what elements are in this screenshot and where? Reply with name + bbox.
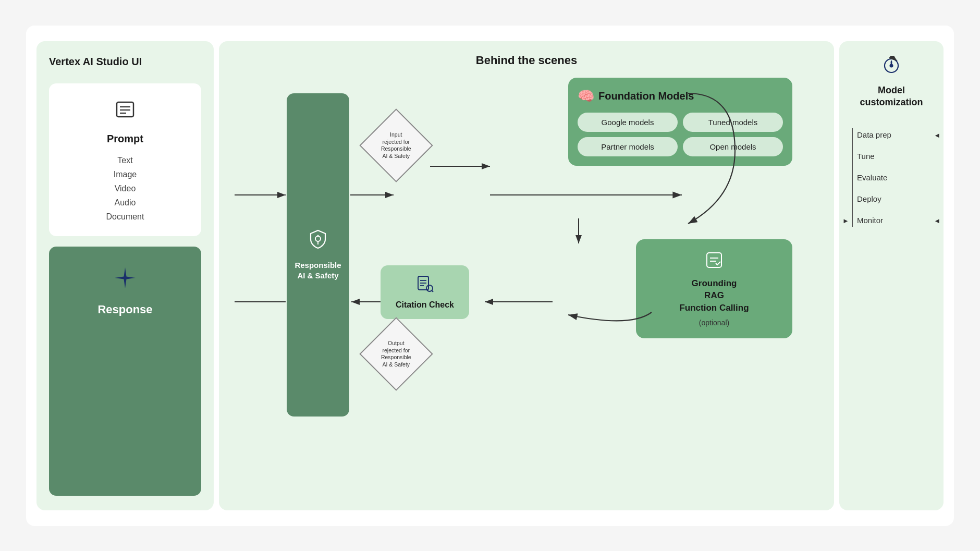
svg-point-21 xyxy=(426,285,433,291)
response-card: Response xyxy=(49,247,201,495)
response-star-icon xyxy=(113,265,138,296)
svg-point-29 xyxy=(890,64,893,67)
model-customization-icon xyxy=(881,56,901,79)
output-rejected-text: Output rejected for Responsible AI & Saf… xyxy=(373,339,420,368)
svg-line-22 xyxy=(432,290,434,292)
response-title: Response xyxy=(97,303,152,316)
prompt-title: Prompt xyxy=(107,133,143,145)
svg-rect-14 xyxy=(707,253,721,267)
left-panel: Vertex AI Studio UI Prompt Text Image Vi… xyxy=(36,41,214,510)
model-pill-partner: Partner models xyxy=(578,137,678,156)
prompt-item-video: Video xyxy=(106,181,144,195)
step-tune: Tune xyxy=(850,145,933,167)
right-panel-title: Model customization xyxy=(860,84,923,109)
model-pill-open: Open models xyxy=(683,137,783,156)
responsible-ai-column: Responsible AI & Safety xyxy=(287,93,349,417)
citation-check-box: Citation Check xyxy=(381,265,469,319)
model-pills-grid: Google models Tuned models Partner model… xyxy=(578,113,783,156)
left-panel-title: Vertex AI Studio UI xyxy=(49,56,201,68)
right-panel: Model customization Data prep ◄ Tune Eva… xyxy=(839,41,944,510)
prompt-item-image: Image xyxy=(106,167,144,181)
middle-panel: Behind the scenes xyxy=(219,41,834,510)
model-pill-tuned: Tuned models xyxy=(683,113,783,132)
prompt-card: Prompt Text Image Video Audio Document xyxy=(49,83,201,237)
citation-check-icon xyxy=(416,275,434,296)
input-rejected-text: Input rejected for Responsible AI & Safe… xyxy=(373,131,420,160)
output-rejected-diamond: Output rejected for Responsible AI & Saf… xyxy=(359,317,433,390)
middle-title: Behind the scenes xyxy=(235,54,818,67)
prompt-items: Text Image Video Audio Document xyxy=(106,153,144,224)
prompt-item-audio: Audio xyxy=(106,195,144,210)
prompt-item-text: Text xyxy=(106,153,144,167)
grounding-title: Grounding RAG Function Calling xyxy=(679,277,749,314)
step-evaluate: Evaluate xyxy=(850,167,933,188)
responsible-ai-label: Responsible AI & Safety xyxy=(295,260,341,280)
responsible-ai-icon xyxy=(308,229,328,254)
svg-point-13 xyxy=(317,235,319,237)
step-deploy: Deploy xyxy=(850,188,933,210)
foundation-icon: 🧠 xyxy=(578,88,594,104)
foundation-header: 🧠 Foundation Models xyxy=(578,88,783,104)
step-data-prep: Data prep ◄ xyxy=(850,124,933,145)
grounding-box: Grounding RAG Function Calling (optional… xyxy=(636,239,792,338)
step-monitor: ► Monitor ◄ xyxy=(850,210,933,231)
prompt-item-document: Document xyxy=(106,210,144,224)
input-rejected-diamond: Input rejected for Responsible AI & Safe… xyxy=(359,108,433,182)
grounding-optional: (optional) xyxy=(699,319,729,327)
grounding-icon xyxy=(705,251,724,273)
main-container: Vertex AI Studio UI Prompt Text Image Vi… xyxy=(26,26,954,526)
customization-steps: Data prep ◄ Tune Evaluate Deploy ► Monit… xyxy=(850,124,933,231)
model-pill-google: Google models xyxy=(578,113,678,132)
foundation-title: Foundation Models xyxy=(598,90,694,102)
diagram-area: Responsible AI & Safety Input rejected f… xyxy=(235,78,818,498)
prompt-icon xyxy=(114,98,137,126)
citation-label: Citation Check xyxy=(396,300,454,310)
svg-point-12 xyxy=(315,236,321,241)
foundation-models-box: 🧠 Foundation Models Google models Tuned … xyxy=(568,78,792,166)
